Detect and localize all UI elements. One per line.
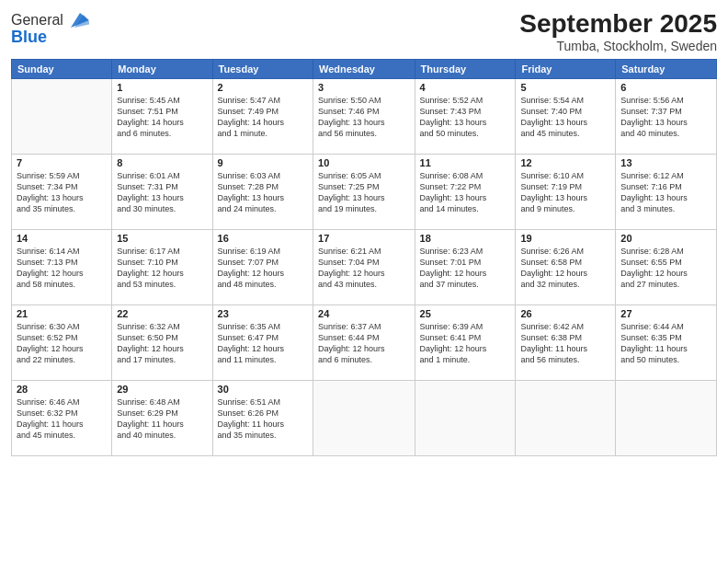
calendar-week-row: 7Sunrise: 5:59 AMSunset: 7:34 PMDaylight…	[12, 155, 717, 230]
calendar-cell: 2Sunrise: 5:47 AMSunset: 7:49 PMDaylight…	[212, 79, 313, 155]
day-info: Sunrise: 6:01 AMSunset: 7:31 PMDaylight:…	[117, 170, 207, 215]
day-info: Sunrise: 6:14 AMSunset: 7:13 PMDaylight:…	[17, 246, 107, 291]
day-number: 10	[318, 157, 410, 168]
day-number: 3	[318, 82, 410, 93]
day-number: 8	[117, 157, 207, 168]
calendar-cell: 7Sunrise: 5:59 AMSunset: 7:34 PMDaylight…	[12, 155, 112, 230]
col-thursday: Thursday	[415, 60, 516, 79]
calendar-cell: 15Sunrise: 6:17 AMSunset: 7:10 PMDayligh…	[112, 230, 212, 305]
day-info: Sunrise: 6:19 AMSunset: 7:07 PMDaylight:…	[218, 246, 308, 291]
day-info: Sunrise: 6:35 AMSunset: 6:47 PMDaylight:…	[218, 321, 308, 366]
col-tuesday: Tuesday	[212, 60, 313, 79]
day-info: Sunrise: 6:10 AMSunset: 7:19 PMDaylight:…	[520, 170, 610, 215]
calendar-cell: 23Sunrise: 6:35 AMSunset: 6:47 PMDayligh…	[212, 305, 313, 381]
title-block: September 2025 Tumba, Stockholm, Sweden	[519, 9, 717, 53]
day-number: 2	[218, 82, 308, 93]
day-info: Sunrise: 6:21 AMSunset: 7:04 PMDaylight:…	[318, 246, 410, 291]
day-number: 5	[520, 82, 610, 93]
day-number: 13	[620, 157, 711, 168]
day-info: Sunrise: 6:39 AMSunset: 6:41 PMDaylight:…	[420, 321, 511, 366]
calendar-cell: 5Sunrise: 5:54 AMSunset: 7:40 PMDaylight…	[516, 79, 616, 155]
day-number: 14	[17, 233, 107, 244]
calendar-cell: 29Sunrise: 6:48 AMSunset: 6:29 PMDayligh…	[112, 381, 212, 456]
calendar-cell: 9Sunrise: 6:03 AMSunset: 7:28 PMDaylight…	[212, 155, 313, 230]
day-number: 27	[620, 308, 711, 319]
location: Tumba, Stockholm, Sweden	[519, 39, 717, 53]
day-number: 24	[318, 308, 410, 319]
day-info: Sunrise: 6:48 AMSunset: 6:29 PMDaylight:…	[117, 396, 207, 442]
col-wednesday: Wednesday	[313, 60, 415, 79]
calendar-cell	[313, 381, 415, 456]
day-info: Sunrise: 5:45 AMSunset: 7:51 PMDaylight:…	[117, 95, 207, 140]
calendar-cell: 26Sunrise: 6:42 AMSunset: 6:38 PMDayligh…	[516, 305, 616, 381]
day-number: 20	[620, 233, 711, 244]
calendar-cell: 30Sunrise: 6:51 AMSunset: 6:26 PMDayligh…	[212, 381, 313, 456]
calendar-cell: 13Sunrise: 6:12 AMSunset: 7:16 PMDayligh…	[616, 155, 717, 230]
day-info: Sunrise: 6:03 AMSunset: 7:28 PMDaylight:…	[218, 170, 308, 215]
logo-icon	[67, 9, 89, 31]
col-monday: Monday	[112, 60, 212, 79]
col-sunday: Sunday	[12, 60, 112, 79]
day-number: 29	[117, 384, 207, 395]
day-number: 12	[520, 157, 610, 168]
day-info: Sunrise: 6:28 AMSunset: 6:55 PMDaylight:…	[620, 246, 711, 291]
calendar-cell: 1Sunrise: 5:45 AMSunset: 7:51 PMDaylight…	[112, 79, 212, 155]
day-info: Sunrise: 5:56 AMSunset: 7:37 PMDaylight:…	[620, 95, 711, 140]
calendar-cell	[616, 381, 717, 456]
day-info: Sunrise: 5:54 AMSunset: 7:40 PMDaylight:…	[520, 95, 610, 140]
month-title: September 2025	[519, 9, 717, 39]
calendar-cell	[516, 381, 616, 456]
day-number: 25	[420, 308, 511, 319]
day-info: Sunrise: 6:46 AMSunset: 6:32 PMDaylight:…	[17, 396, 107, 442]
calendar-week-row: 21Sunrise: 6:30 AMSunset: 6:52 PMDayligh…	[12, 305, 717, 381]
col-friday: Friday	[516, 60, 616, 79]
calendar-cell: 4Sunrise: 5:52 AMSunset: 7:43 PMDaylight…	[415, 79, 516, 155]
calendar-cell: 22Sunrise: 6:32 AMSunset: 6:50 PMDayligh…	[112, 305, 212, 381]
day-number: 6	[620, 82, 711, 93]
calendar-table: Sunday Monday Tuesday Wednesday Thursday…	[11, 59, 717, 456]
day-number: 23	[218, 308, 308, 319]
calendar-cell: 21Sunrise: 6:30 AMSunset: 6:52 PMDayligh…	[12, 305, 112, 381]
page-header: General Blue September 2025 Tumba, Stock…	[11, 9, 717, 53]
calendar-cell: 18Sunrise: 6:23 AMSunset: 7:01 PMDayligh…	[415, 230, 516, 305]
day-info: Sunrise: 6:51 AMSunset: 6:26 PMDaylight:…	[218, 396, 308, 442]
day-number: 1	[117, 82, 207, 93]
day-info: Sunrise: 5:59 AMSunset: 7:34 PMDaylight:…	[17, 170, 107, 215]
col-saturday: Saturday	[616, 60, 717, 79]
calendar-cell: 12Sunrise: 6:10 AMSunset: 7:19 PMDayligh…	[516, 155, 616, 230]
day-number: 11	[420, 157, 511, 168]
day-info: Sunrise: 6:08 AMSunset: 7:22 PMDaylight:…	[420, 170, 511, 215]
calendar-cell: 10Sunrise: 6:05 AMSunset: 7:25 PMDayligh…	[313, 155, 415, 230]
day-info: Sunrise: 6:30 AMSunset: 6:52 PMDaylight:…	[17, 321, 107, 366]
day-info: Sunrise: 5:50 AMSunset: 7:46 PMDaylight:…	[318, 95, 410, 140]
calendar-cell: 3Sunrise: 5:50 AMSunset: 7:46 PMDaylight…	[313, 79, 415, 155]
day-info: Sunrise: 6:12 AMSunset: 7:16 PMDaylight:…	[620, 170, 711, 215]
day-number: 9	[218, 157, 308, 168]
day-number: 30	[218, 384, 308, 395]
day-number: 18	[420, 233, 511, 244]
day-info: Sunrise: 6:44 AMSunset: 6:35 PMDaylight:…	[620, 321, 711, 366]
calendar-cell: 28Sunrise: 6:46 AMSunset: 6:32 PMDayligh…	[12, 381, 112, 456]
calendar-cell: 16Sunrise: 6:19 AMSunset: 7:07 PMDayligh…	[212, 230, 313, 305]
calendar-cell: 20Sunrise: 6:28 AMSunset: 6:55 PMDayligh…	[616, 230, 717, 305]
calendar-week-row: 28Sunrise: 6:46 AMSunset: 6:32 PMDayligh…	[12, 381, 717, 456]
calendar-cell: 25Sunrise: 6:39 AMSunset: 6:41 PMDayligh…	[415, 305, 516, 381]
day-number: 28	[17, 384, 107, 395]
day-number: 15	[117, 233, 207, 244]
calendar-cell: 19Sunrise: 6:26 AMSunset: 6:58 PMDayligh…	[516, 230, 616, 305]
logo-general-text: General	[11, 12, 63, 29]
calendar-cell: 6Sunrise: 5:56 AMSunset: 7:37 PMDaylight…	[616, 79, 717, 155]
calendar-cell: 14Sunrise: 6:14 AMSunset: 7:13 PMDayligh…	[12, 230, 112, 305]
page-container: General Blue September 2025 Tumba, Stock…	[0, 0, 728, 563]
calendar-cell	[12, 79, 112, 155]
day-number: 26	[520, 308, 610, 319]
calendar-cell	[415, 381, 516, 456]
calendar-cell: 8Sunrise: 6:01 AMSunset: 7:31 PMDaylight…	[112, 155, 212, 230]
day-info: Sunrise: 5:47 AMSunset: 7:49 PMDaylight:…	[218, 95, 308, 140]
calendar-week-row: 1Sunrise: 5:45 AMSunset: 7:51 PMDaylight…	[12, 79, 717, 155]
day-info: Sunrise: 6:32 AMSunset: 6:50 PMDaylight:…	[117, 321, 207, 366]
day-info: Sunrise: 6:37 AMSunset: 6:44 PMDaylight:…	[318, 321, 410, 366]
day-number: 4	[420, 82, 511, 93]
day-info: Sunrise: 5:52 AMSunset: 7:43 PMDaylight:…	[420, 95, 511, 140]
day-info: Sunrise: 6:17 AMSunset: 7:10 PMDaylight:…	[117, 246, 207, 291]
